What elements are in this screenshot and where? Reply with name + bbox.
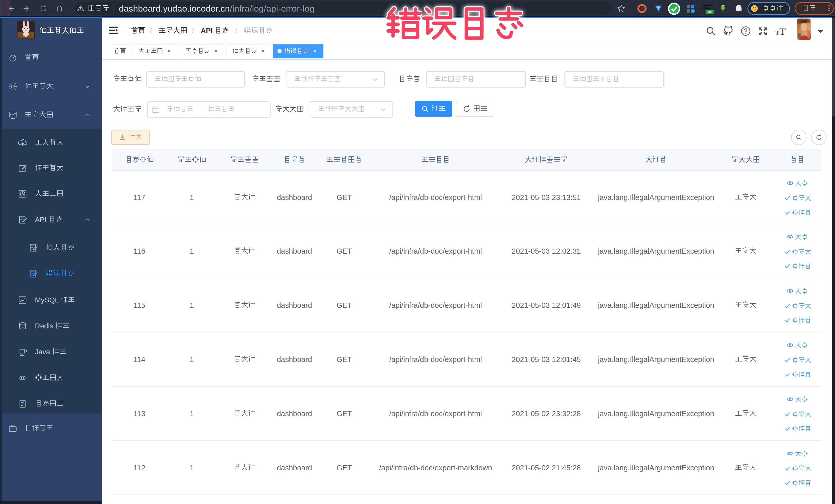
svg-text:T: T bbox=[779, 26, 786, 37]
svg-text:on: on bbox=[708, 10, 712, 13]
svg-text:T: T bbox=[775, 30, 779, 36]
